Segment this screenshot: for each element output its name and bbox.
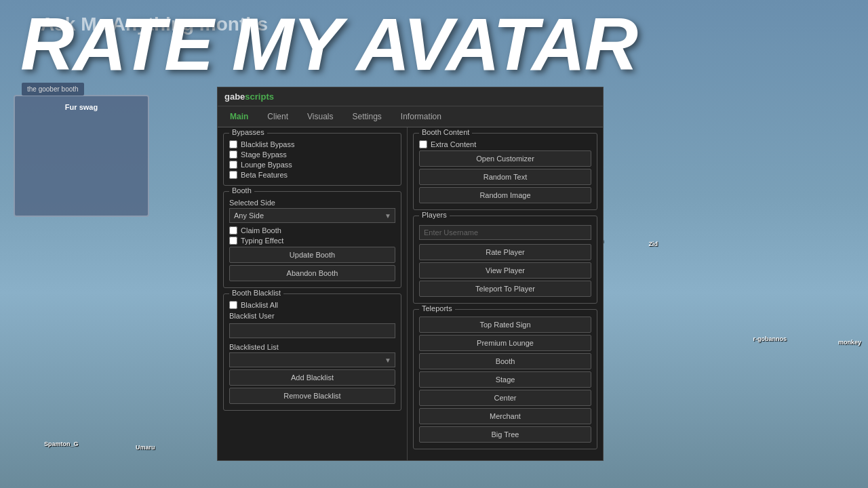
blacklist-user-label: Blacklist User	[229, 312, 395, 320]
teleports-inner: Top Rated Sign Premium Lounge Booth Stag…	[419, 317, 591, 443]
brand-gabe: gabe	[224, 92, 245, 102]
claim-booth-row: Claim Booth	[229, 226, 395, 235]
any-side-dropdown-wrapper: Any Side Left Right ▼	[229, 208, 395, 223]
teleports-title: Teleports	[419, 304, 455, 312]
teleports-section: Teleports Top Rated Sign Premium Lounge …	[413, 309, 597, 449]
blacklist-user-input[interactable]	[229, 323, 395, 338]
players-section: Players Rate Player View Player Teleport…	[413, 216, 597, 304]
teleport-merchant-button[interactable]: Merchant	[419, 408, 591, 424]
extra-content-row: Extra Content	[419, 140, 591, 148]
tab-client[interactable]: Client	[259, 109, 296, 124]
abandon-booth-button[interactable]: Abandon Booth	[229, 265, 395, 281]
teleport-stage-button[interactable]: Stage	[419, 371, 591, 388]
typing-effect-checkbox[interactable]	[229, 237, 237, 245]
booth-blacklist-inner: Blacklist All Blacklist User Blacklisted…	[229, 301, 395, 404]
bypass-lounge-checkbox[interactable]	[229, 161, 237, 169]
blacklisted-list-dropdown-wrapper: ▼	[229, 352, 395, 367]
tab-information[interactable]: Information	[393, 109, 450, 124]
game-booth-left: the goober booth Fur swag	[14, 95, 149, 217]
gui-panel: gabescripts Main Client Visuals Settings…	[217, 87, 604, 461]
bypass-lounge-row: Lounge Bypass	[229, 161, 395, 169]
players-inner: Rate Player View Player Teleport To Play…	[419, 223, 591, 297]
player-name-monkey: monkey	[838, 339, 861, 346]
add-blacklist-button[interactable]: Add Blacklist	[229, 369, 395, 386]
gui-body: Bypasses Blacklist Bypass Stage Bypass L…	[218, 127, 603, 460]
view-player-button[interactable]: View Player	[419, 262, 591, 279]
player-name-rgobannos: r-gobannos	[753, 336, 787, 342]
player-name-spamton: Spamton_G	[44, 441, 79, 447]
booth-blacklist-title: Booth Blacklist	[229, 289, 283, 297]
booth-sign-left: the goober booth	[22, 83, 84, 96]
open-customizer-button[interactable]: Open Customizer	[419, 150, 591, 167]
tab-visuals[interactable]: Visuals	[299, 109, 341, 124]
update-booth-button[interactable]: Update Booth	[229, 247, 395, 263]
bypass-beta-checkbox[interactable]	[229, 171, 237, 179]
random-text-button[interactable]: Random Text	[419, 169, 591, 185]
brand-scripts: scripts	[245, 92, 274, 102]
selected-side-label: Selected Side	[229, 199, 395, 207]
any-side-dropdown[interactable]: Any Side Left Right	[229, 208, 395, 223]
rate-player-button[interactable]: Rate Player	[419, 244, 591, 260]
player-name-zid: Zid	[649, 241, 658, 247]
blacklisted-list-dropdown[interactable]	[229, 352, 395, 367]
tab-settings[interactable]: Settings	[344, 109, 390, 124]
bypass-lounge-label: Lounge Bypass	[241, 161, 292, 169]
bypass-blacklist-checkbox[interactable]	[229, 140, 237, 148]
blacklist-all-label: Blacklist All	[241, 301, 278, 309]
bypass-blacklist-row: Blacklist Bypass	[229, 140, 395, 148]
col-right: Booth Content Extra Content Open Customi…	[408, 127, 603, 460]
enter-username-input[interactable]	[419, 225, 591, 240]
bypass-blacklist-label: Blacklist Bypass	[241, 140, 294, 148]
tab-main[interactable]: Main	[222, 109, 256, 124]
blacklisted-list-label: Blacklisted List	[229, 343, 395, 351]
teleport-big-tree-button[interactable]: Big Tree	[419, 426, 591, 443]
booth-section: Booth Selected Side Any Side Left Right …	[223, 191, 401, 288]
teleport-to-player-button[interactable]: Teleport To Player	[419, 281, 591, 297]
col-left: Bypasses Blacklist Bypass Stage Bypass L…	[218, 127, 408, 460]
bypass-stage-row: Stage Bypass	[229, 150, 395, 159]
booth-content-inner: Extra Content Open Customizer Random Tex…	[419, 140, 591, 203]
blacklist-all-row: Blacklist All	[229, 301, 395, 309]
booth-blacklist-section: Booth Blacklist Blacklist All Blacklist …	[223, 293, 401, 411]
extra-content-label: Extra Content	[431, 140, 476, 148]
bypasses-section: Bypasses Blacklist Bypass Stage Bypass L…	[223, 133, 401, 186]
typing-effect-row: Typing Effect	[229, 237, 395, 245]
extra-content-checkbox[interactable]	[419, 140, 427, 148]
teleport-top-rated-sign-button[interactable]: Top Rated Sign	[419, 317, 591, 333]
bypass-beta-row: Beta Features	[229, 171, 395, 179]
player-name-umaru: Umaru	[136, 444, 155, 451]
bypasses-inner: Blacklist Bypass Stage Bypass Lounge Byp…	[229, 140, 395, 179]
bypass-beta-label: Beta Features	[241, 171, 288, 179]
bypasses-title: Bypasses	[229, 128, 267, 136]
booth-inner: Selected Side Any Side Left Right ▼ Clai…	[229, 199, 395, 281]
booth-fur-swag: Fur swag	[65, 103, 98, 111]
teleport-booth-button[interactable]: Booth	[419, 353, 591, 369]
blacklist-all-checkbox[interactable]	[229, 301, 237, 309]
remove-blacklist-button[interactable]: Remove Blacklist	[229, 388, 395, 404]
tab-bar: Main Client Visuals Settings Information	[218, 106, 603, 127]
players-section-title: Players	[419, 211, 450, 219]
claim-booth-checkbox[interactable]	[229, 226, 237, 235]
typing-effect-label: Typing Effect	[241, 237, 283, 245]
booth-content-section: Booth Content Extra Content Open Customi…	[413, 133, 597, 210]
teleport-center-button[interactable]: Center	[419, 390, 591, 406]
booth-section-title: Booth	[229, 186, 254, 195]
booth-content-title: Booth Content	[419, 128, 472, 136]
claim-booth-label: Claim Booth	[241, 226, 281, 235]
random-image-button[interactable]: Random Image	[419, 187, 591, 203]
bypass-stage-checkbox[interactable]	[229, 150, 237, 159]
teleport-premium-lounge-button[interactable]: Premium Lounge	[419, 335, 591, 351]
gui-header: gabescripts	[218, 87, 603, 106]
bypass-stage-label: Stage Bypass	[241, 150, 287, 159]
